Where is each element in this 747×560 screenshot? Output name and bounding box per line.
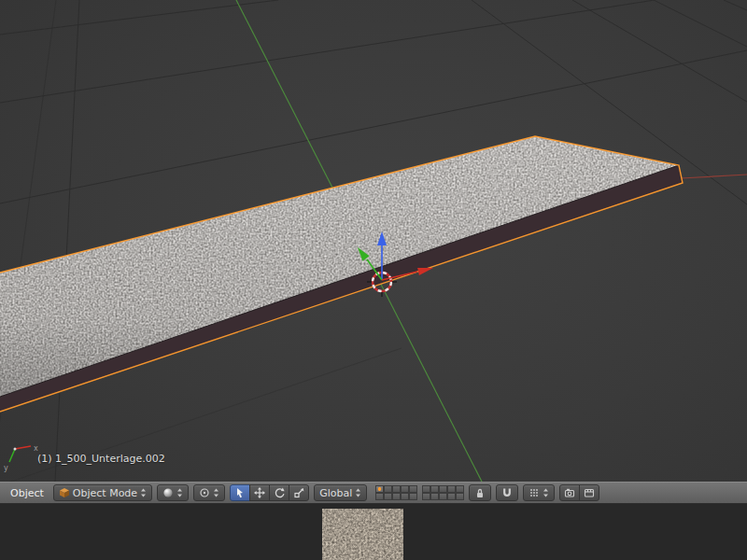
orientation-label: Global [319,487,352,499]
orientation-dropdown[interactable]: Global [314,484,367,501]
plank-top-face-shading [0,136,679,397]
translate-icon [254,487,265,498]
rotate-manipulator-button[interactable] [269,484,289,501]
mini-axis-y [9,449,15,462]
layer-cell[interactable] [401,493,409,500]
updown-arrows-icon [176,488,183,497]
layer-cell[interactable] [392,485,401,493]
updown-arrows-icon [140,488,147,497]
scale-icon [293,487,304,498]
mode-label: Object Mode [73,487,137,499]
object-menu[interactable]: Object [6,485,49,501]
selected-object-plank[interactable] [0,121,700,412]
snap-increment-icon [529,487,540,498]
layer-cell[interactable] [401,485,409,493]
active-object-info: (1) 1_500_Unterlage.002 [37,453,165,465]
camera-icon [564,487,575,498]
layer-cell[interactable] [422,485,430,493]
viewport-canvas[interactable]: x y [0,0,747,482]
x-axis-line [681,175,747,178]
pivot-dropdown[interactable] [193,484,225,501]
mini-axis-center [14,448,17,451]
texture-preview[interactable] [322,509,403,560]
y-axis-line [236,0,332,188]
layer-cell[interactable] [384,485,392,493]
layer-block-right [422,485,464,500]
manipulator-buttons [230,484,309,501]
lock-to-scene-button[interactable] [469,484,491,501]
magnet-icon [501,487,513,498]
layer-selector [375,485,464,500]
clapperboard-icon [584,487,595,498]
shading-dropdown[interactable] [157,484,189,501]
y-axis-line [374,270,482,482]
sphere-icon [162,487,174,498]
layer-cell[interactable] [384,493,392,500]
layer-cell[interactable] [447,493,456,500]
pivot-point-icon [199,487,210,498]
scale-manipulator-button[interactable] [289,484,309,501]
render-animation-button[interactable] [579,484,599,501]
pointer-icon [234,487,246,498]
layer-cell[interactable] [409,485,417,493]
mini-axis-y-label: y [4,464,8,472]
image-editor-panel [0,504,747,560]
layer-cell[interactable] [392,493,401,500]
layer-cell[interactable] [447,485,456,493]
layer-cell[interactable] [409,493,417,500]
mode-dropdown[interactable]: Object Mode [53,484,152,501]
lock-icon [474,487,486,498]
render-buttons [559,484,599,501]
updown-arrows-icon [213,488,219,497]
layer-cell[interactable] [430,493,439,500]
updown-arrows-icon [355,488,361,497]
layer-cell[interactable] [439,485,447,493]
mini-axis-gizmo: x y [4,444,38,472]
rotate-icon [274,487,285,498]
render-still-button[interactable] [559,484,580,501]
layer-cell[interactable] [456,493,464,500]
cube-icon [59,487,70,498]
layer-cell[interactable] [422,493,430,500]
gizmo-x-arrowhead[interactable] [417,268,433,275]
translate-manipulator-button[interactable] [249,484,270,501]
snap-element-dropdown[interactable] [523,484,555,501]
mini-axis-x [15,446,31,449]
viewport-header: Object Object Mode [0,482,747,504]
updown-arrows-icon [543,488,549,497]
layer-cell[interactable] [375,485,384,493]
3d-viewport: x y (1) 1_500_Unterlage.002 [0,0,747,482]
layer-cell[interactable] [430,485,439,493]
snap-toggle-button[interactable] [496,484,518,501]
manipulator-toggle-button[interactable] [230,484,250,501]
layer-cell[interactable] [439,493,447,500]
layer-block-left [375,485,417,500]
mini-axis-x-label: x [34,444,38,453]
layer-cell[interactable] [375,493,384,500]
layer-cell[interactable] [456,485,464,493]
blender-window: x y (1) 1_500_Unterlage.002 Object Objec… [0,0,747,560]
